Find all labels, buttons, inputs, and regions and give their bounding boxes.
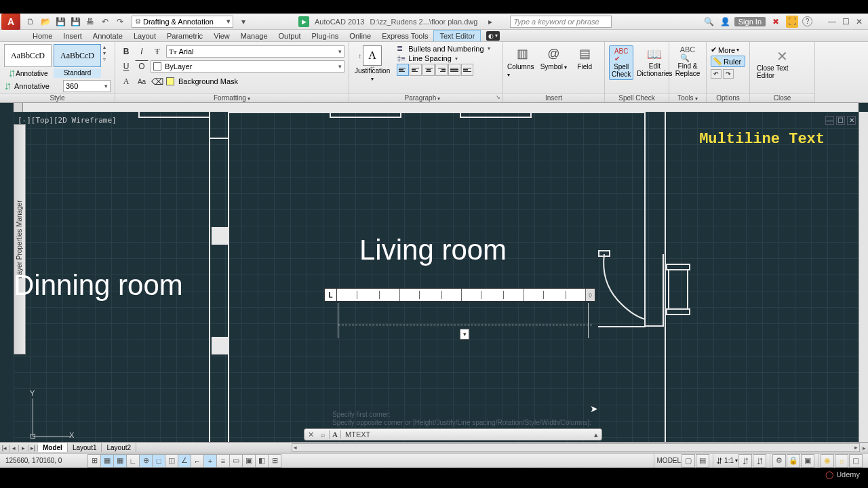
- font-combo[interactable]: TтArial: [166, 45, 344, 58]
- redo-text-icon[interactable]: ↷: [723, 69, 734, 79]
- nav-first-icon[interactable]: |◂: [0, 445, 9, 451]
- spellcheck-button[interactable]: ABC✔Spell Check: [609, 45, 633, 80]
- vp-minimize-icon[interactable]: —: [825, 116, 834, 125]
- style-gallery-expand[interactable]: ▴▾▿: [103, 44, 111, 62]
- linespacing-button[interactable]: ‡≡Line Spacing: [397, 54, 490, 62]
- osnap-icon[interactable]: □: [152, 454, 165, 468]
- drawing-canvas[interactable]: Layer Properties Manager [-][Top][2D Wir…: [0, 103, 868, 442]
- close-editor-button[interactable]: ✕ Close Text Editor: [754, 44, 810, 83]
- underline-button[interactable]: U: [119, 60, 133, 73]
- layout-tab-layout2[interactable]: Layout2: [102, 443, 136, 452]
- saveas-icon[interactable]: 💾: [68, 15, 83, 28]
- ws-icon[interactable]: ⚙: [772, 454, 786, 468]
- tab-insert[interactable]: Insert: [58, 30, 87, 41]
- tab-online[interactable]: Online: [344, 30, 376, 41]
- coordinates[interactable]: 125660, 170160, 0: [0, 457, 88, 464]
- text-height-input[interactable]: 360: [63, 80, 111, 92]
- tab-texteditor[interactable]: Text Editor: [433, 30, 481, 41]
- ortho-icon[interactable]: ∟: [126, 454, 140, 468]
- isolate-icon[interactable]: ◉: [821, 454, 834, 468]
- nav-next-icon[interactable]: ▸: [19, 445, 28, 451]
- clear-format-button[interactable]: ⌫: [151, 75, 164, 87]
- overline-button[interactable]: O: [135, 60, 149, 73]
- tpy-icon[interactable]: ▭: [229, 454, 243, 468]
- italic-button[interactable]: I: [135, 45, 149, 58]
- dyn-icon[interactable]: +: [203, 454, 217, 468]
- tab-annotate[interactable]: Annotate: [87, 30, 128, 41]
- autocad-logo[interactable]: A: [1, 14, 20, 30]
- nav-last-icon[interactable]: ▸|: [28, 445, 38, 451]
- horizontal-scrollbar[interactable]: [292, 443, 860, 452]
- iso2-icon[interactable]: ☼: [835, 454, 848, 468]
- cmdline-history-icon[interactable]: ▴: [591, 430, 601, 439]
- annovis-icon[interactable]: ⮃: [738, 454, 752, 468]
- 3dosnap-icon[interactable]: ◫: [165, 454, 178, 468]
- tab-expresstools[interactable]: Express Tools: [376, 30, 433, 41]
- exchange-icon[interactable]: ✖: [770, 16, 782, 28]
- bullets-button[interactable]: ≣Bullets and Numbering: [397, 44, 490, 53]
- viewport-label[interactable]: [-][Top][2D Wireframe]: [18, 116, 117, 125]
- more-button[interactable]: ✔More▾: [711, 45, 745, 54]
- style-swatch-annotative[interactable]: AaBbCcD: [4, 44, 52, 67]
- a360-icon[interactable]: ⛶: [786, 16, 798, 28]
- grid-icon[interactable]: ▦: [113, 454, 127, 468]
- align-justify-button[interactable]: [448, 64, 460, 76]
- quickview-icon[interactable]: ▤: [696, 454, 709, 468]
- tab-home[interactable]: Home: [27, 30, 58, 41]
- tab-view[interactable]: View: [208, 30, 235, 41]
- color-combo[interactable]: ByLayer: [151, 60, 344, 73]
- align-right-button[interactable]: [435, 64, 448, 76]
- bold-button[interactable]: B: [119, 45, 133, 58]
- panel-title-tools[interactable]: Tools: [669, 93, 706, 102]
- mtext-height-handle[interactable]: ▾: [460, 329, 469, 340]
- hardware-icon[interactable]: ▣: [801, 454, 814, 468]
- paragraph-launcher-icon[interactable]: ↘: [496, 94, 502, 100]
- ducs-icon[interactable]: ⌐: [191, 454, 204, 468]
- undo-icon[interactable]: ↶: [98, 15, 113, 28]
- lwt-icon[interactable]: ≡: [216, 454, 230, 468]
- field-button[interactable]: ▤Field: [569, 45, 600, 78]
- undo-text-icon[interactable]: ↶: [711, 69, 722, 79]
- signin-button[interactable]: Sign In: [734, 17, 766, 26]
- justification-button[interactable]: A Justification ▾: [353, 44, 394, 82]
- symbol-button[interactable]: @Symbol: [538, 45, 570, 78]
- tab-parametric[interactable]: Parametric: [161, 30, 208, 41]
- bgmask-button[interactable]: Background Mask: [178, 77, 238, 85]
- indent-marker[interactable]: L: [325, 289, 337, 301]
- close-window-icon[interactable]: ✕: [853, 16, 865, 28]
- cmdline-close-icon[interactable]: ✕: [304, 430, 317, 439]
- workspace-dropdown[interactable]: Drafting & Annotation: [132, 16, 233, 28]
- annoscale-icon[interactable]: ⮃: [716, 457, 723, 464]
- cmdline-text[interactable]: MTEXT: [341, 430, 591, 439]
- cmdline-search-icon[interactable]: ⌕: [317, 430, 329, 439]
- nav-prev-icon[interactable]: ◂: [9, 445, 19, 451]
- redo-icon[interactable]: ↷: [113, 15, 127, 28]
- columns-button[interactable]: ▥Columns: [507, 45, 538, 78]
- layer-properties-palette[interactable]: Layer Properties Manager: [14, 124, 26, 354]
- command-line[interactable]: ✕ ⌕ A MTEXT ▴: [304, 428, 602, 441]
- autoscale-icon[interactable]: ⮃: [753, 454, 766, 468]
- ruler-button[interactable]: 📏Ruler: [711, 56, 745, 67]
- tab-output[interactable]: Output: [273, 30, 307, 41]
- panel-title-paragraph[interactable]: Paragraph↘: [349, 93, 502, 102]
- align-left-button[interactable]: [410, 64, 422, 76]
- tab-layout[interactable]: Layout: [128, 30, 161, 41]
- align-distribute-button[interactable]: [461, 64, 473, 76]
- find-replace-button[interactable]: ABC🔍 Find & Replace: [673, 44, 702, 79]
- save-icon[interactable]: 💾: [53, 15, 68, 28]
- scroll-right-icon[interactable]: ▸: [860, 445, 868, 451]
- annotation-scale[interactable]: 1:1: [724, 457, 734, 464]
- style-swatch-standard[interactable]: AaBbCcD: [54, 44, 101, 67]
- dictionaries-button[interactable]: 📖Edit Dictionaries: [635, 45, 674, 80]
- font-type-icon[interactable]: Ŧ: [151, 45, 164, 58]
- maximize-icon[interactable]: ☐: [840, 16, 852, 28]
- model-space-button[interactable]: MODEL: [657, 457, 682, 464]
- style-standard-label[interactable]: Standard: [54, 68, 101, 78]
- uppercase-button[interactable]: A: [119, 75, 133, 87]
- search-go-icon[interactable]: 🔍: [703, 16, 715, 28]
- polar-icon[interactable]: ⊕: [139, 454, 153, 468]
- tab-manage[interactable]: Manage: [235, 30, 273, 41]
- play-icon[interactable]: ▶: [298, 16, 309, 27]
- infer-icon[interactable]: ⊞: [87, 454, 101, 468]
- lowercase-button[interactable]: Aa: [135, 75, 149, 87]
